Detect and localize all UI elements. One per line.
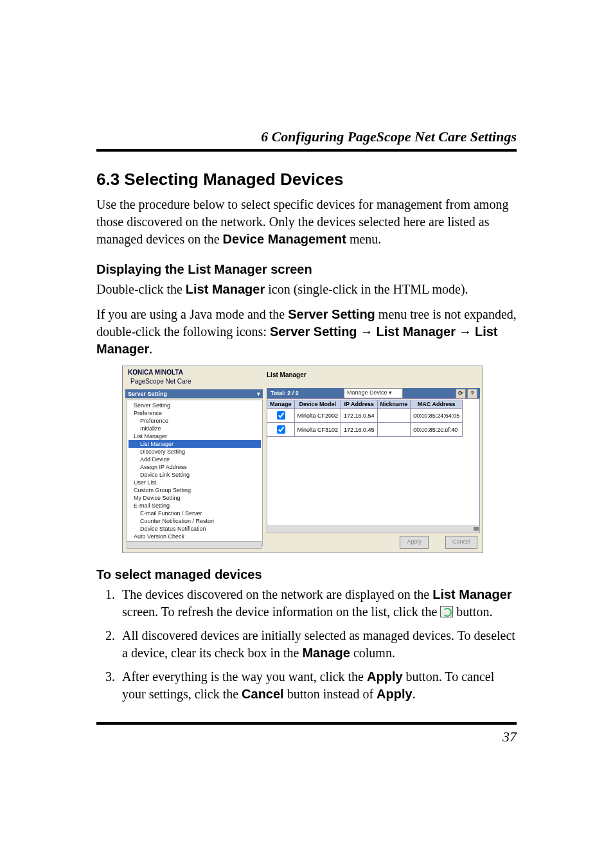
tree-email-function[interactable]: E-mail Function / Server [129,509,261,517]
table-row[interactable]: Minolta CF2002 172.16.0.54 00:c0:85:24:6… [267,409,463,423]
refresh-inline-icon [440,606,453,617]
list-item: The devices discovered on the network ar… [118,586,517,621]
sub1-para2: If you are using a Java mode and the Ser… [96,306,517,358]
col-ip-address[interactable]: IP Address [341,400,378,409]
screenshot-list-manager: KONICA MINOLTA PageScope Net Care Server… [122,366,483,553]
col-manage[interactable]: Manage [267,400,295,409]
list-item: After everything is the way you want, cl… [118,668,517,703]
tree-device-link[interactable]: Device Link Setting [129,471,261,479]
tree-my-device[interactable]: My Device Setting [129,494,261,502]
table-row[interactable]: Minolta CF3102 172.16.0.45 00:c0:85:2c:e… [267,423,463,437]
top-rule [96,149,517,152]
cancel-button[interactable]: Cancel [445,536,477,549]
tree-user-list[interactable]: User List [129,479,261,486]
manage-checkbox[interactable] [277,425,285,434]
app-name: PageScope Net Care [130,378,191,385]
table-scrollbar[interactable] [267,526,480,533]
refresh-icon[interactable]: ⟳ [456,389,466,399]
col-device-model[interactable]: Device Model [294,400,341,409]
tree-initialize[interactable]: Initialize [129,425,261,432]
sidebar-header: Server Setting ▾ [125,389,263,398]
sub1-para1: Double-click the List Manager icon (sing… [96,281,517,298]
tree-device-status-notif[interactable]: Device Status Notification [129,525,261,533]
procedure-list: The devices discovered on the network ar… [96,586,517,703]
manage-checkbox[interactable] [277,411,285,420]
settings-tree[interactable]: Server Setting Preference Preference Ini… [127,400,263,546]
tree-scrollbar[interactable] [127,541,262,549]
col-mac-address[interactable]: MAC Address [411,400,463,409]
tree-custom-group[interactable]: Custom Group Setting [129,486,261,494]
section-title: 6.3 Selecting Managed Devices [96,170,517,190]
tree-preference-sub[interactable]: Preference [129,417,261,425]
tree-add-device[interactable]: Add Device [129,456,261,463]
subhead-select: To select managed devices [96,567,517,582]
list-item: All discovered devices are initially sel… [118,627,517,662]
tree-preference[interactable]: Preference [129,409,261,417]
brand-logo: KONICA MINOLTA [128,369,183,376]
tree-assign-ip[interactable]: Assign IP Address [129,463,261,471]
help-icon[interactable]: ? [467,389,477,399]
chapter-heading: 6 Configuring PageScope Net Care Setting… [96,128,517,145]
subhead-display: Displaying the List Manager screen [96,262,517,277]
tree-server-setting[interactable]: Server Setting [129,402,261,409]
apply-button[interactable]: Apply [400,536,429,549]
col-nickname[interactable]: Nickname [377,400,411,409]
tree-auto-version-group[interactable]: Auto Version Check [129,533,261,540]
device-table: Manage Device Model IP Address Nickname … [267,400,463,437]
panel-toolbar: Total: 2 / 2 Manage Device ▾ ⟳ ? [267,388,480,398]
tree-counter-notif[interactable]: Counter Notification / Restori [129,517,261,525]
tree-discovery[interactable]: Discovery Setting [129,448,261,456]
bottom-rule [96,722,517,725]
panel-title: List Manager [267,371,306,378]
manage-device-dropdown[interactable]: Manage Device ▾ [344,388,403,398]
tree-email-setting-group[interactable]: E-mail Setting [129,502,261,509]
tree-list-manager[interactable]: List Manager [129,440,261,448]
page-number: 37 [96,729,517,745]
section-intro: Use the procedure below to select specif… [96,196,517,248]
tree-list-manager-group[interactable]: List Manager [129,432,261,440]
